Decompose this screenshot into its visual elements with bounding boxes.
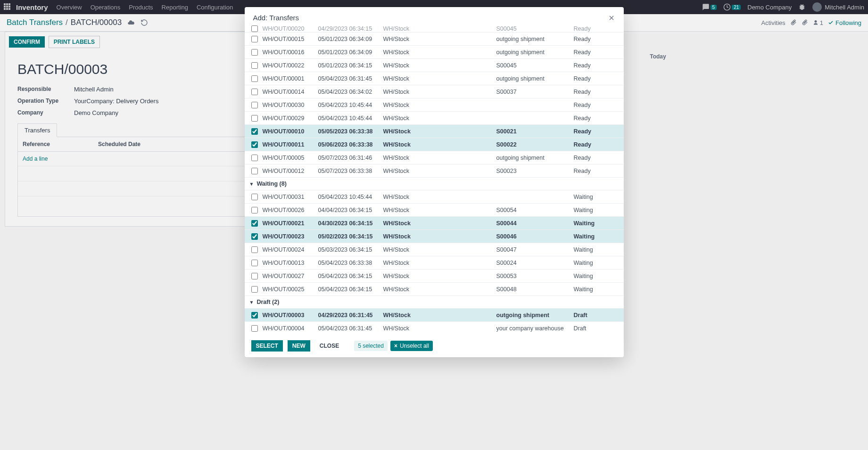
- cell-location: WH/Stock: [383, 155, 496, 161]
- row-checkbox[interactable]: [251, 25, 258, 32]
- row-checkbox[interactable]: [251, 168, 258, 174]
- row-checkbox[interactable]: [251, 49, 258, 56]
- cell-reference: WH/OUT/00031: [263, 194, 318, 200]
- cell-reference: WH/OUT/00029: [263, 115, 318, 122]
- cell-status: Ready: [574, 155, 622, 161]
- table-row[interactable]: WH/OUT/0000505/07/2023 06:31:46WH/Stocko…: [245, 151, 624, 164]
- cell-reference: WH/OUT/00020: [263, 25, 318, 32]
- table-row[interactable]: WH/OUT/0001505/01/2023 06:34:09WH/Stocko…: [245, 32, 624, 45]
- cell-location: WH/Stock: [383, 75, 496, 82]
- cell-source: S00045: [496, 25, 574, 32]
- cell-reference: WH/OUT/00014: [263, 89, 318, 95]
- close-icon[interactable]: [608, 14, 615, 22]
- cell-source: outgoing shipment: [496, 36, 574, 42]
- row-checkbox[interactable]: [251, 115, 258, 122]
- row-checkbox[interactable]: [251, 194, 258, 200]
- cell-date: 05/07/2023 06:33:38: [318, 168, 383, 174]
- table-row[interactable]: WH/OUT/0000105/04/2023 06:31:45WH/Stocko…: [245, 72, 624, 85]
- modal-title: Add: Transfers: [253, 14, 299, 22]
- caret-down-icon: ▼: [249, 181, 254, 187]
- row-checkbox[interactable]: [251, 89, 258, 95]
- row-checkbox[interactable]: [251, 75, 258, 82]
- cell-source: S00045: [496, 62, 574, 69]
- cell-source: S00021: [496, 128, 574, 135]
- table-row[interactable]: WH/OUT/0001405/04/2023 06:34:02WH/StockS…: [245, 85, 624, 98]
- cell-date: 05/06/2023 06:33:38: [318, 141, 383, 148]
- cell-reference: WH/OUT/00026: [263, 207, 318, 213]
- cell-date: 04/29/2023 06:34:15: [318, 25, 383, 32]
- cell-source: outgoing shipment: [496, 49, 574, 56]
- table-row[interactable]: WH/OUT/0002205/01/2023 06:34:15WH/StockS…: [245, 58, 624, 72]
- cell-status: Ready: [574, 89, 622, 95]
- cell-location: WH/Stock: [383, 115, 496, 122]
- cell-status: Waiting: [574, 220, 622, 227]
- cell-status: Waiting: [574, 194, 622, 200]
- table-row[interactable]: WH/OUT/0002905/04/2023 10:45:44WH/StockR…: [245, 111, 624, 124]
- cell-status: Ready: [574, 25, 622, 32]
- add-transfers-modal: Add: Transfers WH/OUT/0002004/29/2023 06…: [245, 7, 624, 227]
- cell-reference: WH/OUT/00022: [263, 62, 318, 69]
- table-row[interactable]: WH/OUT/0001105/06/2023 06:33:38WH/StockS…: [245, 138, 624, 151]
- cell-status: Ready: [574, 102, 622, 108]
- row-checkbox[interactable]: [251, 62, 258, 69]
- cell-reference: WH/OUT/00016: [263, 49, 318, 56]
- group-header[interactable]: ▼Waiting (8): [245, 177, 624, 190]
- cell-location: WH/Stock: [383, 49, 496, 56]
- table-row[interactable]: WH/OUT/0001005/05/2023 06:33:38WH/StockS…: [245, 124, 624, 138]
- cell-status: Ready: [574, 141, 622, 148]
- cell-date: 04/04/2023 06:34:15: [318, 207, 383, 213]
- cell-location: WH/Stock: [383, 36, 496, 42]
- group-label: Waiting (8): [256, 180, 286, 187]
- row-checkbox[interactable]: [251, 128, 258, 135]
- cell-location: WH/Stock: [383, 89, 496, 95]
- cell-reference: WH/OUT/00021: [263, 220, 318, 227]
- cell-location: WH/Stock: [383, 128, 496, 135]
- row-checkbox[interactable]: [251, 141, 258, 148]
- cell-status: Ready: [574, 62, 622, 69]
- cell-reference: WH/OUT/00012: [263, 168, 318, 174]
- cell-location: WH/Stock: [383, 25, 496, 32]
- cell-status: Ready: [574, 36, 622, 42]
- cell-location: WH/Stock: [383, 102, 496, 108]
- cell-date: 04/30/2023 06:34:15: [318, 220, 383, 227]
- cell-date: 05/01/2023 06:34:15: [318, 62, 383, 69]
- cell-reference: WH/OUT/00011: [263, 141, 318, 148]
- cell-reference: WH/OUT/00010: [263, 128, 318, 135]
- cell-date: 05/01/2023 06:34:09: [318, 49, 383, 56]
- cell-status: Ready: [574, 128, 622, 135]
- row-checkbox[interactable]: [251, 36, 258, 42]
- cell-location: WH/Stock: [383, 194, 496, 200]
- table-row[interactable]: WH/OUT/0001605/01/2023 06:34:09WH/Stocko…: [245, 45, 624, 58]
- row-checkbox[interactable]: [251, 102, 258, 108]
- cell-location: WH/Stock: [383, 207, 496, 213]
- table-row[interactable]: WH/OUT/0001205/07/2023 06:33:38WH/StockS…: [245, 164, 624, 177]
- cell-reference: WH/OUT/00015: [263, 36, 318, 42]
- row-checkbox[interactable]: [251, 207, 258, 213]
- table-row[interactable]: WH/OUT/0002004/29/2023 06:34:15WH/StockS…: [245, 25, 624, 32]
- cell-status: Ready: [574, 49, 622, 56]
- cell-location: WH/Stock: [383, 168, 496, 174]
- cell-date: 05/07/2023 06:31:46: [318, 155, 383, 161]
- table-row[interactable]: WH/OUT/0002604/04/2023 06:34:15WH/StockS…: [245, 203, 624, 216]
- cell-date: 05/04/2023 06:34:02: [318, 89, 383, 95]
- cell-status: Waiting: [574, 207, 622, 213]
- cell-date: 05/01/2023 06:34:09: [318, 36, 383, 42]
- cell-reference: WH/OUT/00005: [263, 155, 318, 161]
- cell-status: Ready: [574, 168, 622, 174]
- cell-date: 05/04/2023 06:31:45: [318, 75, 383, 82]
- row-checkbox[interactable]: [251, 220, 258, 227]
- cell-date: 05/05/2023 06:33:38: [318, 128, 383, 135]
- cell-location: WH/Stock: [383, 220, 496, 227]
- cell-status: Ready: [574, 115, 622, 122]
- cell-source: S00023: [496, 168, 574, 174]
- table-row[interactable]: WH/OUT/0002104/30/2023 06:34:15WH/StockS…: [245, 216, 624, 227]
- cell-date: 05/04/2023 10:45:44: [318, 102, 383, 108]
- cell-source: S00054: [496, 207, 574, 213]
- cell-location: WH/Stock: [383, 62, 496, 69]
- table-row[interactable]: WH/OUT/0003005/04/2023 10:45:44WH/StockR…: [245, 98, 624, 111]
- row-checkbox[interactable]: [251, 155, 258, 161]
- cell-source: S00037: [496, 89, 574, 95]
- table-row[interactable]: WH/OUT/0003105/04/2023 10:45:44WH/StockW…: [245, 190, 624, 203]
- cell-source: S00022: [496, 141, 574, 148]
- cell-date: 05/04/2023 10:45:44: [318, 115, 383, 122]
